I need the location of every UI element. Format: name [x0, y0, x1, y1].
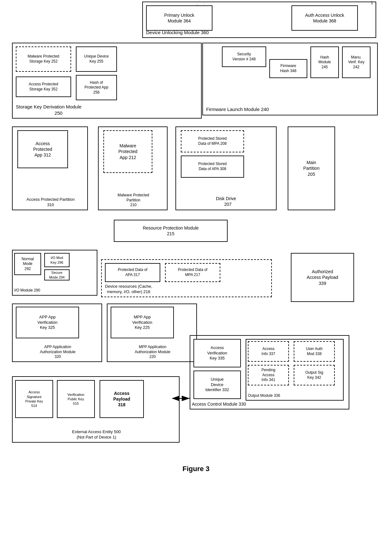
io-module-label: I/O Module 290 — [14, 288, 40, 293]
malware-protected-storage-key-box: Malware ProtectedStorage Key 252 — [16, 46, 71, 72]
malware-protected-app-label: MalwareProtectedApp 212 — [119, 143, 138, 160]
normal-mode-box: NormalMode292 — [14, 253, 41, 275]
app-verif-key-box: APP AppVerificationKey 325 — [16, 307, 79, 338]
security-version-box: SecurityVersion # 248 — [222, 46, 266, 67]
unique-device-id-label: UniqueDeviceIdentifier 332 — [205, 377, 229, 393]
io-mod-key-box: I/O ModKey 296 — [44, 253, 70, 267]
protected-stored-data-mpa-box: Protected StoredData of MPA 208 — [181, 130, 244, 152]
auth-access-unlock-label: Auth Access Unlock Module 368 — [305, 12, 344, 24]
access-protected-storage-key-label: Access ProtectedStorage Key 352 — [29, 82, 58, 92]
primary-unlock-module-box: Primary Unlock Module 364 — [146, 5, 212, 31]
mpp-verif-key-box: MPP AppVerificationKey 225 — [111, 307, 174, 338]
authorized-access-payload-label: AuthorizedAccess Payload339 — [307, 269, 338, 286]
mpp-auth-module-label: MPP ApplicationAuthorization Module220 — [109, 345, 196, 359]
malware-protected-partition-label: Malware ProtectedPartition210 — [100, 193, 167, 208]
device-unlocking-module-box: Primary Unlock Module 364 Auth Access Un… — [142, 2, 376, 38]
protected-stored-data-apa-label: Protected StoredData of APA 308 — [198, 162, 227, 171]
verif-public-key-box: VerificationPublic Key515 — [57, 380, 95, 418]
hash-module-box: HashModule245 — [310, 46, 339, 78]
user-auth-mod-label: User AuthMod 338 — [306, 347, 323, 356]
hash-module-label: HashModule245 — [318, 55, 331, 70]
secure-mode-box: SecureMode 294 — [44, 269, 70, 280]
device-unlocking-label: Device Unlocking Module 360 — [146, 29, 209, 36]
access-sig-private-key-label: AccessSignaturePrivate Key514 — [25, 390, 43, 408]
disk-drive-label: Disk Drive 207 — [216, 196, 236, 207]
security-version-label: SecurityVersion # 248 — [232, 52, 255, 62]
output-sig-key-box: Output SigKey 342 — [294, 365, 335, 385]
output-module-label: Output Module 336 — [248, 393, 280, 398]
figure-caption: Figure 3 — [13, 465, 379, 473]
storage-key-derivation-label: Storage Key Derivation Module 250 — [16, 104, 82, 116]
access-sig-private-key-box: AccessSignaturePrivate Key514 — [15, 380, 53, 418]
pending-access-info-box: PendingAccessInfo 341 — [248, 365, 289, 385]
access-protected-app-box: AccessProtectedApp 312 — [17, 130, 68, 168]
access-verif-key-label: AccessVerificationKey 335 — [207, 345, 227, 361]
access-protected-app-label: AccessProtectedApp 312 — [33, 141, 52, 158]
normal-mode-label: NormalMode292 — [21, 257, 34, 272]
storage-key-derivation-box: Malware ProtectedStorage Key 252 Unique … — [12, 43, 202, 119]
access-protected-partition-label: Access Protected Partition310 — [14, 197, 87, 208]
mpp-verif-key-label: MPP AppVerificationKey 225 — [132, 315, 152, 331]
auth-access-unlock-box: Auth Access Unlock Module 368 — [291, 5, 358, 31]
access-info-label: AccessInfo 337 — [261, 347, 275, 356]
access-control-label: Access Control Module 330 — [192, 401, 348, 407]
firmware-launch-label: Firmware Launch Module 240 — [206, 106, 269, 113]
app-auth-module-label: APP ApplicationAuthorization Module320 — [14, 345, 101, 359]
verif-public-key-label: VerificationPublic Key515 — [67, 392, 84, 406]
protected-data-apa-label: Protected Data ofAPA 317 — [118, 267, 147, 277]
firmware-hash-box: Firmware Hash 348 — [269, 59, 307, 78]
device-resources-box: Protected Data ofAPA 317 Protected Data … — [101, 259, 272, 297]
mpp-auth-module-box: MPP AppVerificationKey 225 MPP Applicati… — [107, 304, 197, 362]
malware-protected-app-box: MalwareProtectedApp 212 — [103, 130, 152, 173]
access-payload-label: AccessPayload318 — [113, 390, 130, 408]
protected-data-mpa-label: Protected Data ofMPA 217 — [178, 267, 207, 277]
malware-protected-partition-box: MalwareProtectedApp 212 Malware Protecte… — [98, 126, 168, 210]
app-verif-key-label: APP AppVerificationKey 325 — [37, 315, 58, 331]
hash-protected-app-box: Hash ofProtected App256 — [76, 75, 117, 100]
external-access-entity-label: External Access Entity 500(Not Part of D… — [14, 429, 179, 440]
access-verif-key-box: AccessVerificationKey 335 — [193, 339, 241, 367]
unique-device-key-box: Unique DeviceKey 255 — [76, 46, 117, 72]
access-payload-box: AccessPayload318 — [100, 380, 144, 418]
io-mod-key-label: I/O ModKey 296 — [51, 255, 63, 265]
resource-protection-label: Resource Protection Module215 — [143, 225, 199, 236]
unique-device-id-box: UniqueDeviceIdentifier 332 — [193, 371, 241, 399]
unique-device-key-label: Unique DeviceKey 255 — [84, 54, 109, 64]
main-partition-box: MainPartition205 — [288, 126, 335, 210]
output-sig-key-label: Output SigKey 342 — [305, 370, 323, 380]
access-control-module-box: AccessVerificationKey 335 UniqueDeviceId… — [190, 335, 349, 409]
manu-verif-key-label: Manu.Verif. Key242 — [348, 55, 364, 70]
malware-protected-storage-key-label: Malware ProtectedStorage Key 252 — [28, 54, 59, 64]
protected-data-mpa-box: Protected Data ofMPA 217 — [165, 263, 220, 282]
firmware-hash-label: Firmware Hash 348 — [280, 64, 296, 73]
primary-unlock-label: Primary Unlock Module 364 — [164, 12, 194, 24]
app-auth-module-box: APP AppVerificationKey 325 APP Applicati… — [12, 304, 102, 362]
computing-device-label: ↙ Computing Device 1 — [333, 0, 373, 5]
disk-drive-box: Protected StoredData of MPA 208 Protecte… — [175, 126, 277, 210]
access-protected-storage-key-box: Access ProtectedStorage Key 352 — [16, 77, 71, 97]
access-info-box: AccessInfo 337 — [248, 341, 289, 362]
secure-mode-label: SecureMode 294 — [49, 270, 65, 280]
external-access-entity-box: AccessSignaturePrivate Key514 Verificati… — [12, 376, 180, 443]
io-module-box: NormalMode292 I/O ModKey 296 SecureMode … — [12, 250, 97, 296]
resource-protection-box: Resource Protection Module215 — [114, 220, 228, 242]
hash-protected-app-label: Hash ofProtected App256 — [84, 80, 108, 95]
protected-data-apa-box: Protected Data ofAPA 317 — [105, 263, 160, 282]
access-protected-partition-box: AccessProtectedApp 312 Access Protected … — [12, 126, 88, 210]
diagram-container: Primary Unlock Module 364 Auth Access Un… — [6, 0, 386, 27]
firmware-launch-module-box: SecurityVersion # 248 Firmware Hash 348 … — [202, 43, 378, 115]
user-auth-mod-box: User AuthMod 338 — [294, 341, 335, 362]
output-module-box: AccessInfo 337 User AuthMod 338 PendingA… — [246, 339, 344, 401]
protected-stored-data-mpa-label: Protected StoredData of MPA 208 — [198, 136, 227, 146]
manu-verif-key-box: Manu.Verif. Key242 — [342, 46, 371, 78]
authorized-access-payload-box: AuthorizedAccess Payload339 — [291, 253, 354, 302]
main-partition-label: MainPartition205 — [303, 160, 319, 177]
protected-stored-data-apa-box: Protected StoredData of APA 308 — [181, 156, 244, 178]
device-resources-label: Device resources (Cache,memory, I/O, oth… — [105, 284, 152, 295]
pending-access-info-label: PendingAccessInfo 341 — [261, 368, 275, 383]
